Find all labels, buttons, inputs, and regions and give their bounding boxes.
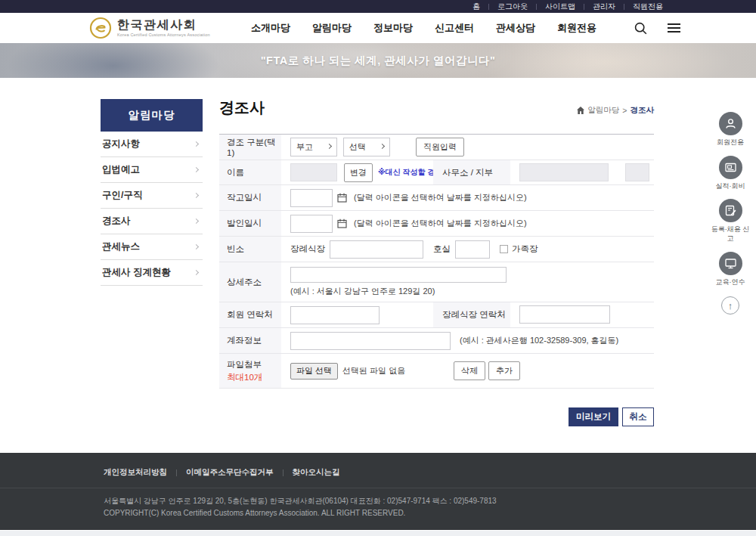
- sidebar: 알림마당 공지사항 입법예고 구인/구직 경조사 관세뉴스 관세사 징계현황: [101, 99, 203, 426]
- quick-menu: 회원전용 실적·회비 등록·채용 신고 교육·연수 ↑: [711, 112, 750, 314]
- main-panel: 경조사 알림마당 > 경조사 경조 구분(택1) 부고: [219, 99, 654, 426]
- sidebar-item-label: 경조사: [102, 215, 131, 228]
- home-icon[interactable]: [577, 107, 584, 114]
- footer-link-email-refusal[interactable]: 이메일주소무단수집거부: [186, 467, 274, 478]
- monitor-icon: [719, 252, 742, 275]
- delete-file-button[interactable]: 삭제: [454, 361, 485, 380]
- file-none-text: 선택된 파일 없음: [342, 365, 405, 376]
- nav-item-info[interactable]: 정보마당: [373, 21, 413, 35]
- breadcrumb-section[interactable]: 알림마당: [587, 105, 619, 116]
- sidebar-item-discipline[interactable]: 관세사 징계현황: [101, 260, 203, 286]
- main-nav: 소개마당 알림마당 정보마당 신고센터 관세상담 회원전용: [251, 21, 596, 35]
- office-branch-label: 사무소 / 지부: [433, 160, 510, 184]
- quickmenu-label: 등록·채용 신고: [711, 225, 750, 243]
- divider: [283, 469, 284, 476]
- nav-item-consult[interactable]: 관세상담: [496, 21, 535, 35]
- category-detail-select[interactable]: 선택: [343, 138, 390, 156]
- category-type-select[interactable]: 부고: [290, 138, 337, 156]
- footer-address: 서울특별시 강남구 언주로 129길 20, 5층(논현동) 한국관세사회관(0…: [104, 495, 756, 507]
- chevron-right-icon: [194, 244, 199, 249]
- cancel-button[interactable]: 취소: [622, 407, 654, 426]
- sidebar-item-label: 공지사항: [102, 138, 140, 150]
- sidebar-item-family-events[interactable]: 경조사: [101, 209, 203, 234]
- date-help-note: (달력 아이콘을 선택하여 날짜를 지정하십시오): [354, 192, 527, 203]
- sidebar-item-label: 구인/구직: [102, 189, 142, 202]
- quickmenu-performance-dues[interactable]: 실적·회비: [711, 156, 750, 191]
- hall-contact-input[interactable]: [519, 305, 610, 324]
- death-date-input[interactable]: [290, 189, 333, 207]
- nav-item-intro[interactable]: 소개마당: [251, 21, 290, 35]
- chevron-down-icon: [380, 144, 385, 149]
- file-select-button[interactable]: 파일 선택: [290, 363, 338, 380]
- card-icon: [719, 156, 742, 179]
- sidebar-item-notices[interactable]: 공지사항: [101, 132, 203, 157]
- account-example-note: (예시 : 관세사은행 102-32589-309, 홍길동): [460, 335, 618, 346]
- room-input[interactable]: [455, 240, 490, 259]
- selected-value: 부고: [296, 141, 313, 153]
- footer: 개인정보처리방침 이메일주소무단수집거부 찾아오시는길 서울특별시 강남구 언주…: [0, 453, 756, 530]
- event-form: 경조 구분(택1) 부고 선택 직원입력 이름: [219, 134, 654, 389]
- page-bottom-strip: [0, 530, 756, 536]
- breadcrumb-current: 경조사: [631, 105, 655, 116]
- utility-link-staff[interactable]: 직원전용: [624, 0, 671, 13]
- staff-input-button[interactable]: 직원입력: [416, 138, 464, 156]
- member-contact-input[interactable]: [290, 306, 380, 324]
- funeral-date-input[interactable]: [290, 215, 333, 233]
- change-button[interactable]: 변경: [344, 163, 373, 182]
- hall-contact-label: 장례식장 연락처: [433, 302, 510, 327]
- funeral-hall-input[interactable]: [330, 240, 423, 259]
- footer-link-directions[interactable]: 찾아오시는길: [293, 467, 340, 478]
- family-funeral-checkbox[interactable]: [500, 245, 508, 253]
- category-label: 경조 구분(택1): [219, 135, 281, 160]
- sidebar-item-legislation[interactable]: 입법예고: [101, 157, 203, 183]
- nav-item-notice[interactable]: 알림마당: [312, 21, 352, 35]
- preview-button[interactable]: 미리보기: [569, 407, 618, 426]
- utility-link-admin[interactable]: 관리자: [584, 0, 624, 13]
- calendar-icon[interactable]: [337, 218, 347, 228]
- sidebar-item-customs-news[interactable]: 관세뉴스: [101, 234, 203, 260]
- file-limit-label: 최대10개: [227, 371, 262, 383]
- breadcrumb: 알림마당 > 경조사: [577, 105, 654, 116]
- add-file-button[interactable]: 추가: [488, 361, 520, 380]
- footer-address-block: 서울특별시 강남구 언주로 129길 20, 5층(논현동) 한국관세사회관(0…: [104, 495, 756, 519]
- sidebar-item-label: 관세뉴스: [102, 240, 140, 253]
- name-input[interactable]: [290, 163, 337, 181]
- funeral-date-label: 발인일시: [219, 211, 281, 236]
- utility-link-home[interactable]: 홈: [464, 0, 488, 13]
- scroll-top-button[interactable]: ↑: [721, 296, 739, 314]
- search-icon[interactable]: [634, 22, 647, 35]
- utility-link-logout[interactable]: 로그아웃: [489, 0, 536, 13]
- calendar-icon[interactable]: [337, 193, 347, 203]
- quickmenu-members[interactable]: 회원전용: [711, 112, 750, 147]
- quickmenu-label: 회원전용: [711, 138, 750, 147]
- account-input[interactable]: [290, 332, 451, 350]
- sidebar-item-jobs[interactable]: 구인/구직: [101, 183, 203, 209]
- content: 알림마당 공지사항 입법예고 구인/구직 경조사 관세뉴스 관세사 징계현황: [0, 78, 756, 426]
- mortuary-label: 빈소: [219, 237, 281, 262]
- logo-icon: [89, 17, 112, 39]
- member-contact-label: 회원 연락처: [219, 302, 281, 327]
- logo[interactable]: 한국관세사회 Korea Certified Customs Attorneys…: [89, 17, 216, 39]
- address-input[interactable]: [290, 267, 507, 283]
- logo-title: 한국관세사회: [117, 19, 210, 31]
- menu-icon[interactable]: [668, 21, 680, 36]
- file-attach-label: 파일첨부: [227, 358, 262, 370]
- chevron-right-icon: [194, 218, 199, 224]
- footer-link-privacy[interactable]: 개인정보처리방침: [104, 467, 167, 478]
- utility-link-sitemap[interactable]: 사이트맵: [537, 0, 584, 13]
- header: 한국관세사회 Korea Certified Customs Attorneys…: [0, 13, 756, 43]
- selected-value: 선택: [349, 141, 366, 153]
- office-input[interactable]: [519, 163, 609, 181]
- logo-subtitle: Korea Certified Customs Attorneys Associ…: [117, 33, 210, 37]
- banner-slogan: "FTA로 하나 되는 세계, 관세사가 열어갑니다": [261, 54, 496, 68]
- quickmenu-registration-report[interactable]: 등록·채용 신고: [711, 199, 750, 243]
- person-icon: [719, 112, 742, 135]
- sidebar-title: 알림마당: [101, 99, 203, 132]
- quickmenu-education[interactable]: 교육·연수: [711, 252, 750, 287]
- nav-item-report[interactable]: 신고센터: [435, 21, 474, 35]
- branch-input[interactable]: [625, 163, 649, 181]
- chevron-right-icon: [194, 270, 199, 275]
- funeral-hall-label: 장례식장: [290, 243, 325, 255]
- chevron-right-icon: [194, 141, 199, 147]
- nav-item-members[interactable]: 회원전용: [557, 21, 596, 35]
